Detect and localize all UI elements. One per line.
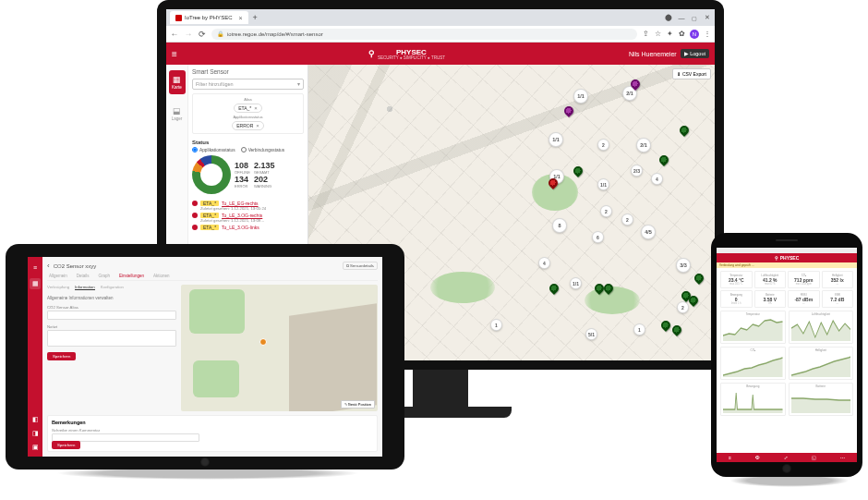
rail-icon[interactable]: ▣ xyxy=(30,442,41,453)
filter-input[interactable]: Filter hinzufügen ▾ xyxy=(192,79,304,90)
status-stats: 108OFFLINE 2.135GESAMT 134ERROR 202WARNI… xyxy=(235,162,274,189)
map-cluster-marker[interactable]: 1/1 xyxy=(570,277,582,289)
map-cluster-marker[interactable]: 1 xyxy=(490,319,502,331)
remarks-panel: Bemerkungen Schreibe einen Kommentar Spe… xyxy=(47,415,378,452)
map-cluster-marker[interactable]: 2 xyxy=(600,205,612,217)
sensor-details-button[interactable]: ⧉ Sensordetails xyxy=(343,262,378,270)
new-tab-button[interactable]: + xyxy=(252,13,257,22)
map-cluster-marker[interactable]: 1/1 xyxy=(597,178,609,190)
map-cluster-marker[interactable]: 4/5 xyxy=(641,225,656,239)
phone-app-header: ⚲ PHYSEC xyxy=(717,253,857,262)
status-donut-chart xyxy=(192,155,231,194)
rail-item-lager[interactable]: ⬓ Lager xyxy=(169,102,186,126)
map-cluster-marker[interactable]: 2 xyxy=(597,139,609,151)
share-icon[interactable]: ⇪ xyxy=(642,30,650,38)
map-cluster-marker[interactable]: 2/3 xyxy=(631,165,643,177)
browser-tab[interactable]: IoTree by PHYSEC × xyxy=(170,11,248,24)
nav-target-icon[interactable]: ⭗ xyxy=(755,455,760,460)
map-cluster-marker[interactable]: 5/1 xyxy=(585,328,597,340)
mini-chart: Batterie xyxy=(789,383,854,416)
field-label: Notizt xyxy=(47,324,176,329)
panel-title: Smart Sensor xyxy=(192,68,304,75)
map-cluster-marker[interactable]: 1/1 xyxy=(549,132,563,147)
device-marker-icon[interactable] xyxy=(259,338,267,346)
remarks-field-label: Schreibe einen Kommentar xyxy=(52,428,373,433)
chevron-down-icon: ▾ xyxy=(297,81,300,87)
map-cluster-marker[interactable]: 2 xyxy=(621,213,633,226)
puzzle-icon[interactable]: ✿ xyxy=(678,30,686,38)
radio-conn-status[interactable]: Verbindungsstatus xyxy=(241,147,284,152)
menu-icon[interactable]: ≡ xyxy=(172,49,185,59)
map-cluster-marker[interactable]: 2 xyxy=(677,301,689,313)
chip-label: Applikationsstatus xyxy=(196,115,300,119)
kpi-card: Bewegung0letzte 1 h xyxy=(720,290,753,308)
nav-back-button[interactable]: ← xyxy=(170,30,179,39)
edit-position-button[interactable]: ✎ Gerät Position xyxy=(341,400,375,409)
window-maximize-button[interactable] xyxy=(691,14,698,21)
logout-button[interactable]: ▶ Logout xyxy=(681,49,709,58)
app-header: ≡ ⚲ PHYSEC SECURITY ● SIMPLICITY ● TRUST… xyxy=(166,43,715,65)
tab-details[interactable]: Details xyxy=(77,274,90,278)
nav-reload-button[interactable]: ⟳ xyxy=(198,30,207,39)
map-cluster-marker[interactable]: 8 xyxy=(552,218,567,233)
subtab-verknuepfung[interactable]: Verknüpfung xyxy=(47,285,69,290)
tab-einstellungen[interactable]: Einstellungen xyxy=(119,274,144,278)
sensor-list: ETA_* To_LE_EG-rechts Zuletzt gesehen: 1… xyxy=(192,201,304,230)
tab-close-icon[interactable]: × xyxy=(237,15,243,20)
filter-chip-alias[interactable]: ETA_* × xyxy=(234,104,262,113)
mini-chart: CO₂ xyxy=(720,347,786,380)
kpi-card: CO₂712 ppmmax 1243 ppm xyxy=(788,271,820,288)
csv-export-button[interactable]: ⬇ CSV Export xyxy=(672,68,711,79)
map-cluster-marker[interactable]: 6 xyxy=(592,231,604,243)
map-cluster-marker[interactable]: 1/1 xyxy=(573,89,588,104)
breadcrumb: CO2 Sensor xxyy xyxy=(54,263,97,269)
window-close-button[interactable] xyxy=(704,14,711,21)
kpi-card: RSSI-87 dBm— xyxy=(788,290,820,308)
save-button[interactable]: Speichern xyxy=(47,352,76,360)
profile-avatar[interactable]: N xyxy=(690,30,699,39)
rail-icon[interactable]: ◧ xyxy=(30,414,41,425)
remarks-save-button[interactable]: Speichern xyxy=(52,441,80,449)
rail-icon[interactable]: ▦ xyxy=(30,278,41,289)
phone-frame: ⚲ PHYSEC Verbindung wird geprüft … Tempe… xyxy=(711,233,862,477)
address-bar[interactable]: 🔒 iotree.regoe.de/map/de/#/smart-sensor xyxy=(211,29,637,40)
tablet-map[interactable]: ✎ Gerät Position xyxy=(181,285,378,411)
bookmark-icon[interactable]: ☆ xyxy=(654,30,662,38)
subtab-konfiguration[interactable]: Konfiguration xyxy=(101,285,124,290)
nav-more-icon[interactable]: ⋯ xyxy=(840,455,845,460)
map-cluster-marker[interactable]: 2/1 xyxy=(636,138,651,152)
list-item[interactable]: ETA_* To_LE_3.OG-links xyxy=(192,225,304,230)
phone-home-button[interactable] xyxy=(782,464,791,473)
back-button[interactable]: ‹ xyxy=(47,262,50,270)
tab-aktionen[interactable]: Aktionen xyxy=(153,274,170,278)
menu-icon[interactable]: ≡ xyxy=(30,262,41,273)
nav-menu-icon[interactable]: ≡ xyxy=(729,455,731,460)
filter-chip-status[interactable]: ERROR × xyxy=(232,121,264,130)
map-cluster-marker[interactable]: 4 xyxy=(538,257,550,269)
nav-forward-button[interactable]: → xyxy=(184,30,193,39)
map-cluster-marker[interactable]: 1 xyxy=(633,323,645,335)
rail-item-karte[interactable]: ▦ Karte xyxy=(169,70,186,94)
alias-input[interactable] xyxy=(47,311,176,320)
map-cluster-marker[interactable]: 3/3 xyxy=(676,258,691,273)
chip-remove-icon[interactable]: × xyxy=(254,105,258,111)
note-input[interactable] xyxy=(47,330,176,347)
tab-graph[interactable]: Graph xyxy=(99,274,111,278)
rail-icon[interactable]: ◨ xyxy=(30,428,41,439)
kebab-menu-icon[interactable]: ⋮ xyxy=(703,30,711,38)
extensions-icon[interactable]: ✦ xyxy=(666,30,674,38)
radio-app-status[interactable]: Applikationsstatus xyxy=(192,147,235,152)
nav-expand-icon[interactable]: ⤢ xyxy=(784,455,788,460)
tab-allgemein[interactable]: Allgemein xyxy=(49,274,67,278)
map-cluster-marker[interactable]: 4 xyxy=(651,173,663,185)
lock-icon: 🔒 xyxy=(217,30,223,37)
kpi-grid: Temperatur23.4 °Cmax 28.5 °CLuftfeuchtig… xyxy=(720,271,853,308)
window-minimize-button[interactable] xyxy=(678,14,685,21)
radio-input[interactable] xyxy=(192,147,198,152)
nav-view-icon[interactable]: ◱ xyxy=(812,455,816,460)
radio-input[interactable] xyxy=(241,147,247,152)
chip-remove-icon[interactable]: × xyxy=(256,123,259,128)
subtab-information[interactable]: Information xyxy=(75,285,95,290)
filter-placeholder: Filter hinzufügen xyxy=(196,81,234,87)
tablet-home-button[interactable] xyxy=(200,457,210,467)
